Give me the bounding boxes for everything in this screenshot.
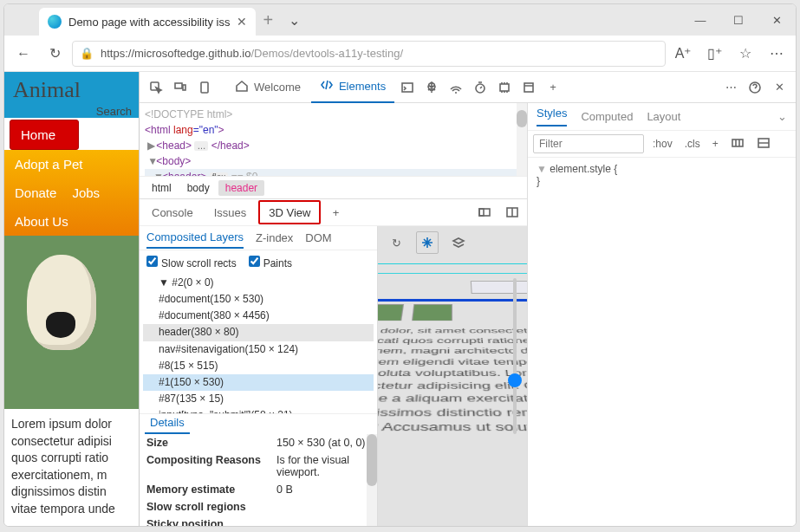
layer-row[interactable]: nav#sitenavigation(150 × 124)	[143, 341, 374, 358]
tab-computed[interactable]: Computed	[581, 110, 633, 123]
nav-home[interactable]: Home	[10, 120, 79, 150]
svg-rect-12	[732, 139, 743, 146]
close-icon[interactable]: ✕	[237, 15, 247, 29]
svg-rect-9	[479, 209, 490, 216]
expand-icon[interactable]	[501, 201, 524, 224]
cls-toggle[interactable]: .cls	[681, 138, 704, 150]
collections-button[interactable]: ▯⁺	[700, 40, 728, 68]
svg-rect-4	[402, 83, 413, 92]
layer-row[interactable]: #8(15 × 515)	[143, 358, 374, 374]
hov-toggle[interactable]: :hov	[649, 138, 676, 150]
tab-console-icon[interactable]	[396, 76, 419, 99]
devtools-main-tabs: Welcome Elements + ⋯ ✕	[140, 72, 796, 103]
layer-row[interactable]: #1(150 × 530)	[143, 374, 374, 391]
layer-row[interactable]: #87(135 × 15)	[143, 391, 374, 407]
layer-row[interactable]: #document(380 × 4456)	[143, 308, 374, 324]
titlebar: Demo page with accessibility iss ✕ + ⌄ —…	[4, 4, 796, 36]
new-rule-button[interactable]: +	[709, 138, 722, 150]
more-button[interactable]: ⋯	[763, 40, 790, 68]
subtab-dom[interactable]: DOM	[305, 228, 331, 248]
devtools-close-button[interactable]: ✕	[768, 76, 790, 99]
url-input[interactable]: 🔒 https://microsoftedge.github.io/Demos/…	[72, 41, 666, 67]
edge-icon	[48, 15, 62, 29]
grid-icon[interactable]	[753, 136, 774, 152]
body-text: Lorem ipsum dolor consectetur adipisi qu…	[4, 409, 139, 525]
window-close-button[interactable]: ✕	[758, 6, 796, 34]
tab-styles[interactable]: Styles	[537, 107, 567, 127]
drawer-add-button[interactable]: +	[324, 201, 347, 224]
3d-highlight	[378, 263, 527, 274]
layers-panel: Composited Layers Z-index DOM Slow scrol…	[140, 226, 378, 526]
3d-viewer[interactable]: ↻ Lorem ipsum dolor, sit	[378, 226, 527, 526]
drawer-issues[interactable]: Issues	[205, 198, 256, 226]
crumb-html[interactable]: html	[145, 180, 179, 196]
layer-row[interactable]: ▼ #2(0 × 0)	[143, 275, 374, 291]
styles-filter-input[interactable]	[533, 134, 644, 153]
layer-row[interactable]: #document(150 × 530)	[143, 291, 374, 308]
url-host: https://microsoftedge.github.io	[101, 47, 250, 60]
drawer-tabs: Console Issues 3D View +	[140, 198, 527, 226]
tab-actions-button[interactable]: ⌄	[280, 6, 308, 34]
chevron-down-icon[interactable]: ⌄	[777, 110, 787, 123]
styles-code[interactable]: ▼ element.style { }	[528, 158, 796, 192]
home-icon	[235, 79, 249, 95]
nav-donate-row: Donate Jobs	[4, 178, 139, 207]
new-tab-button[interactable]: +	[256, 10, 280, 30]
subtab-zindex[interactable]: Z-index	[256, 228, 293, 248]
details-scrollbar[interactable]	[367, 434, 377, 526]
zoom-slider-thumb[interactable]	[508, 373, 522, 387]
layer-row[interactable]: input[type="submit"](58 × 21)	[143, 407, 374, 413]
hero-image	[4, 236, 139, 409]
device-icon[interactable]	[169, 76, 192, 99]
dom-tree[interactable]: <!DOCTYPE html> <html lang="en"> ▶<head>…	[140, 103, 527, 176]
back-button[interactable]: ←	[10, 40, 37, 68]
tab-performance-icon[interactable]	[469, 76, 491, 99]
tab-application-icon[interactable]	[517, 76, 540, 99]
maximize-button[interactable]: ☐	[719, 6, 758, 34]
styles-panel: Styles Computed Layout ⌄ :hov .cls +	[527, 103, 796, 526]
tab-layout[interactable]: Layout	[647, 110, 680, 123]
tab-add-button[interactable]: +	[542, 76, 564, 99]
inspect-icon[interactable]	[145, 76, 167, 99]
tab-memory-icon[interactable]	[493, 76, 516, 99]
svg-rect-6	[500, 84, 509, 91]
tab-elements[interactable]: Elements	[311, 72, 394, 103]
drawer-console[interactable]: Console	[143, 198, 202, 226]
nav-donate[interactable]: Donate	[15, 185, 56, 200]
nav-adopt[interactable]: Adopt a Pet	[4, 150, 139, 178]
address-bar: ← ↻ 🔒 https://microsoftedge.github.io/De…	[4, 36, 796, 72]
drawer-3dview[interactable]: 3D View	[258, 200, 321, 224]
subtab-composited[interactable]: Composited Layers	[146, 227, 244, 249]
flexbox-icon[interactable]	[727, 136, 748, 152]
devtools-panel: Welcome Elements + ⋯ ✕	[139, 72, 796, 526]
minimize-button[interactable]: —	[681, 6, 719, 34]
dock-icon[interactable]	[473, 201, 496, 224]
zoom-slider-track[interactable]	[513, 278, 517, 434]
responsive-icon[interactable]	[193, 76, 216, 99]
more-tools-button[interactable]: ⋯	[719, 76, 742, 99]
nav-about[interactable]: About Us	[4, 207, 139, 236]
lock-icon: 🔒	[80, 47, 94, 60]
browser-tab[interactable]: Demo page with accessibility iss ✕	[39, 8, 256, 36]
help-button[interactable]	[744, 76, 766, 99]
svg-rect-3	[201, 82, 208, 93]
3d-mini-layer	[471, 281, 527, 293]
3d-blue-bar	[378, 299, 527, 302]
tab-network-icon[interactable]	[445, 76, 467, 99]
nav-jobs[interactable]: Jobs	[72, 185, 100, 200]
layer-row[interactable]: header(380 × 80)	[143, 324, 374, 341]
tab-welcome[interactable]: Welcome	[226, 72, 309, 103]
crumb-body[interactable]: body	[180, 180, 217, 196]
url-path: /Demos/devtools-a11y-testing/	[250, 47, 403, 60]
check-paints[interactable]: Paints	[249, 256, 292, 269]
tab-details[interactable]: Details	[145, 414, 190, 434]
check-slow-scroll[interactable]: Slow scroll rects	[146, 256, 237, 269]
refresh-button[interactable]: ↻	[41, 40, 68, 68]
svg-rect-10	[479, 209, 484, 216]
tab-sources-icon[interactable]	[420, 76, 443, 99]
layer-tree[interactable]: ▼ #2(0 × 0)#document(150 × 530)#document…	[140, 275, 377, 413]
crumb-header[interactable]: header	[218, 180, 264, 196]
favorite-button[interactable]: ☆	[732, 40, 759, 68]
dom-scrollbar[interactable]	[517, 103, 527, 176]
read-aloud-button[interactable]: A⁺	[669, 40, 697, 68]
